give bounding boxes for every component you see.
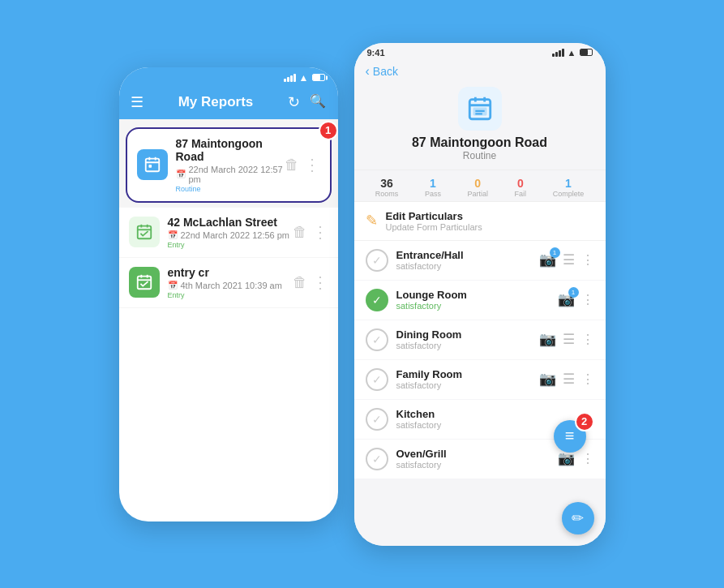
svg-rect-5 <box>137 226 151 239</box>
room-status: satisfactory <box>396 420 573 430</box>
nav-title: My Reports <box>178 94 254 110</box>
room-info: Entrance/Hall satisfactory <box>396 249 531 271</box>
back-chevron-icon: ‹ <box>366 64 370 79</box>
room-item[interactable]: ✓ Family Room satisfactory 📷 ☰ ⋮ <box>354 360 606 399</box>
stat-partial-value: 0 <box>474 177 481 190</box>
room-status: satisfactory <box>396 341 531 350</box>
more-icon[interactable]: ⋮ <box>581 451 594 466</box>
camera-icon[interactable]: 📷 <box>558 450 575 467</box>
battery-icon <box>312 74 325 81</box>
check-icon <box>129 217 160 247</box>
right-status-time: 9:41 <box>367 48 385 58</box>
item-actions: 🗑 ⋮ <box>293 222 328 242</box>
stat-rooms-label: Rooms <box>375 190 399 198</box>
stat-fail-label: Fail <box>515 190 527 198</box>
stat-fail-value: 0 <box>517 177 524 190</box>
back-label: Back <box>373 65 398 78</box>
calendar-icon <box>137 149 168 180</box>
search-icon[interactable]: 🔍 <box>310 93 326 111</box>
room-name: Entrance/Hall <box>396 249 531 261</box>
room-check-lounge: ✓ <box>366 289 388 311</box>
stat-rooms: 36 Rooms <box>375 177 399 198</box>
item-subtitle: 📅 22nd March 2022 12:57 pm <box>176 165 285 184</box>
room-item[interactable]: ✓ Lounge Room satisfactory 📷 1 ⋮ <box>354 281 606 320</box>
cam-badge: 1 <box>550 247 560 258</box>
edit-particulars-row[interactable]: ✎ Edit Particulars Update Form Particula… <box>354 202 606 241</box>
refresh-icon[interactable]: ↻ <box>288 93 300 111</box>
phones-container: ▲ ☰ My Reports ↻ 🔍 <box>119 43 606 546</box>
calendar-small-icon: 📅 <box>168 230 178 239</box>
nav-right-icons: ↻ 🔍 <box>288 93 326 111</box>
item-title: entry cr <box>168 266 293 279</box>
fab-menu-wrapper: ≡ 2 <box>565 469 598 501</box>
wifi-icon: ▲ <box>568 48 576 58</box>
more-icon[interactable]: ⋮ <box>581 371 594 387</box>
room-status: satisfactory <box>396 460 550 470</box>
room-check-dining: ✓ <box>366 328 388 351</box>
stat-rooms-value: 36 <box>380 177 393 190</box>
item-label: Entry <box>168 241 293 249</box>
fab-edit-button[interactable]: ✏ <box>562 502 594 534</box>
check-solid-icon <box>129 267 160 298</box>
fab-edit-icon: ✏ <box>572 509 584 527</box>
list-item[interactable]: 87 Maintongoon Road 📅 22nd March 2022 12… <box>126 127 332 203</box>
room-name: Dining Room <box>396 328 531 341</box>
room-actions: 📷 1 ☰ ⋮ <box>539 251 594 268</box>
back-button[interactable]: ‹ Back <box>366 64 398 79</box>
room-actions: 📷 1 ⋮ <box>558 291 594 308</box>
room-actions: 📷 ☰ ⋮ <box>539 371 594 388</box>
delete-icon[interactable]: 🗑 <box>293 224 307 241</box>
more-icon[interactable]: ⋮ <box>304 155 320 174</box>
right-phone: 9:41 ▲ ‹ Back <box>354 43 606 546</box>
fab-menu-icon: ≡ <box>565 427 575 445</box>
svg-rect-4 <box>148 165 152 168</box>
camera-icon[interactable]: 📷 <box>539 371 556 388</box>
fab-menu-button[interactable]: ≡ 2 <box>554 420 586 453</box>
room-status: satisfactory <box>396 301 550 311</box>
item-subtitle: 📅 22nd March 2022 12:56 pm <box>168 230 293 240</box>
note-icon[interactable]: ☰ <box>563 331 575 348</box>
more-icon[interactable]: ⋮ <box>581 332 594 347</box>
list-item[interactable]: entry cr 📅 4th March 2021 10:39 am Entry… <box>119 258 338 307</box>
right-status-icons: ▲ <box>552 48 593 58</box>
camera-icon[interactable]: 📷 1 <box>539 251 556 268</box>
item-title: 87 Maintongoon Road <box>176 137 285 163</box>
svg-rect-9 <box>137 277 151 290</box>
item-label: Entry <box>168 291 293 299</box>
nav-left-icons: ☰ <box>131 93 144 111</box>
calendar-small-icon: 📅 <box>176 170 186 178</box>
room-check-kitchen: ✓ <box>366 408 388 431</box>
room-info: Kitchen satisfactory <box>396 408 573 430</box>
camera-icon[interactable]: 📷 <box>539 331 556 348</box>
stat-complete-value: 1 <box>565 177 572 190</box>
reports-list: 87 Maintongoon Road 📅 22nd March 2022 12… <box>119 119 338 308</box>
note-icon[interactable]: ☰ <box>563 251 575 268</box>
room-check-entrance: ✓ <box>366 249 388 272</box>
more-icon[interactable]: ⋮ <box>581 292 594 307</box>
cam-badge: 1 <box>568 287 579 298</box>
calendar-small-icon: 📅 <box>168 281 178 290</box>
item-text: 42 McLachlan Street 📅 22nd March 2022 12… <box>168 216 293 249</box>
delete-icon[interactable]: 🗑 <box>293 274 307 291</box>
back-bar: ‹ Back <box>354 59 606 82</box>
note-icon[interactable]: ☰ <box>563 371 575 388</box>
room-info: Oven/Grill satisfactory <box>396 448 550 470</box>
delete-icon[interactable]: 🗑 <box>285 157 299 174</box>
room-list: ✓ Entrance/Hall satisfactory 📷 1 ☰ ⋮ ✓ <box>354 241 606 546</box>
item-text: entry cr 📅 4th March 2021 10:39 am Entry <box>168 266 293 299</box>
more-icon[interactable]: ⋮ <box>312 222 328 242</box>
room-item[interactable]: ✓ Entrance/Hall satisfactory 📷 1 ☰ ⋮ <box>354 241 606 280</box>
more-icon[interactable]: ⋮ <box>312 273 328 292</box>
signal-icon <box>284 74 296 82</box>
left-status-icons: ▲ <box>284 72 325 84</box>
room-item[interactable]: ✓ Dining Room satisfactory 📷 ☰ ⋮ <box>354 320 606 359</box>
svg-rect-0 <box>145 159 159 172</box>
camera-icon[interactable]: 📷 1 <box>558 291 575 308</box>
left-status-bar: ▲ <box>119 67 338 87</box>
room-info: Dining Room satisfactory <box>396 328 531 350</box>
edit-particulars-title: Edit Particulars <box>386 210 482 222</box>
step-badge-1: 1 <box>319 121 338 140</box>
menu-icon[interactable]: ☰ <box>131 93 144 111</box>
list-item[interactable]: 42 McLachlan Street 📅 22nd March 2022 12… <box>119 208 338 257</box>
more-icon[interactable]: ⋮ <box>581 252 594 268</box>
